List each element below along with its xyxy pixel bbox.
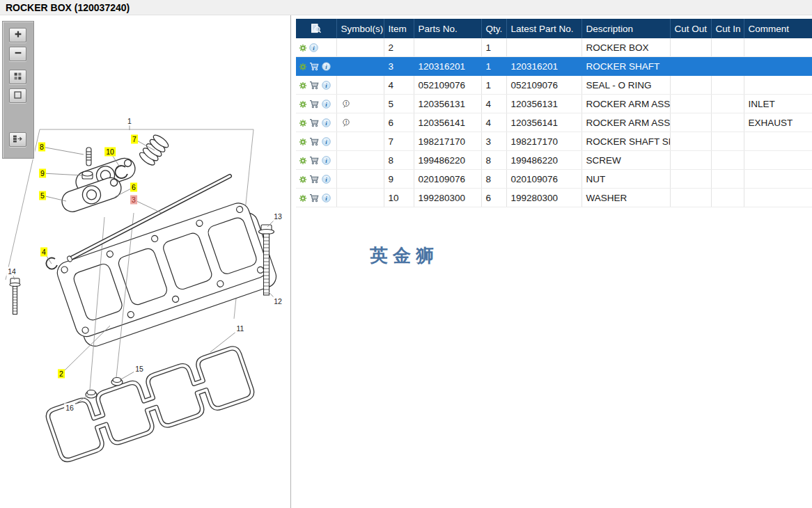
full-view-button[interactable] <box>9 88 26 103</box>
parts-row-item-10[interactable]: i101992803006199280300WASHER <box>296 189 812 207</box>
balloon-icon: ! <box>342 118 350 128</box>
column-header-cut-out[interactable]: Cut Out <box>670 19 711 38</box>
diagram-callout-6[interactable]: 6 <box>130 183 137 192</box>
diagram-callout-1[interactable]: 1 <box>126 117 133 126</box>
qty-cell: 6 <box>481 189 506 207</box>
diagram-callout-10[interactable]: 10 <box>104 148 116 157</box>
gear-icon[interactable] <box>299 63 307 71</box>
symbol-cell <box>336 170 384 189</box>
column-header-item[interactable]: Item <box>384 19 414 38</box>
gear-icon[interactable] <box>299 157 307 165</box>
comment-cell <box>744 170 812 189</box>
diagram-callout-13[interactable]: 13 <box>272 212 283 221</box>
list-arrow-icon <box>13 134 23 145</box>
gear-icon[interactable] <box>299 44 307 52</box>
item-cell: 5 <box>384 95 414 113</box>
parts-table-header: Symbol(s)ItemParts No.Qty.Latest Part No… <box>296 19 812 38</box>
info-icon[interactable]: i <box>309 43 318 52</box>
latest-part-no-cell <box>506 38 581 57</box>
column-header-cut-in[interactable]: Cut In <box>711 19 744 38</box>
gear-icon[interactable] <box>299 119 307 127</box>
info-icon[interactable]: i <box>322 193 331 203</box>
column-header-symbol-s-[interactable]: Symbol(s) <box>336 19 384 38</box>
diagram-callout-11[interactable]: 11 <box>235 324 246 333</box>
pane-divider[interactable] <box>290 15 291 508</box>
parts-no-cell: 120356131 <box>414 95 481 113</box>
diagram-callout-4[interactable]: 4 <box>40 248 47 257</box>
info-icon[interactable]: i <box>322 118 331 127</box>
diagram-callout-3[interactable]: 3 <box>130 196 137 205</box>
qty-cell: 3 <box>481 132 506 151</box>
svg-text:!: ! <box>345 120 346 125</box>
info-icon[interactable]: i <box>322 81 331 90</box>
parts-table-pane: Symbol(s)ItemParts No.Qty.Latest Part No… <box>296 19 812 207</box>
info-icon[interactable]: i <box>322 156 331 165</box>
item-cell: 4 <box>384 76 414 95</box>
parts-no-cell: 198217170 <box>414 132 481 151</box>
parts-row-item-6[interactable]: i!61203561414120356141ROCKER ARM ASSEXHA… <box>296 113 812 132</box>
symbol-cell: ! <box>336 95 384 113</box>
cart-icon[interactable] <box>309 137 320 146</box>
info-icon[interactable]: i <box>322 175 331 184</box>
info-icon[interactable]: i <box>322 62 331 71</box>
cut-out-cell <box>670 95 711 113</box>
cut-in-cell <box>711 189 744 207</box>
column-header-qty-[interactable]: Qty. <box>481 19 506 38</box>
latest-part-no-cell: 120316201 <box>506 57 581 76</box>
parts-row-item-8[interactable]: i81994862208199486220SCREW <box>296 151 812 170</box>
parts-row-item-4[interactable]: i40521090761052109076SEAL - O RING <box>296 76 812 95</box>
diagram-callout-2[interactable]: 2 <box>58 370 65 379</box>
column-header-comment[interactable]: Comment <box>744 19 812 38</box>
cut-out-cell <box>670 189 711 207</box>
page-title: ROCKER BOX (120037240) <box>6 2 130 13</box>
watermark: 英金狮 <box>370 244 439 268</box>
gear-icon[interactable] <box>299 175 307 184</box>
column-header-latest-part-no-[interactable]: Latest Part No. <box>506 19 581 38</box>
cut-out-cell <box>670 76 711 95</box>
latest-part-no-cell: 052109076 <box>506 76 581 95</box>
parts-row-item-5[interactable]: i!51203561314120356131ROCKER ARM ASSINLE… <box>296 95 812 113</box>
diagram-callout-8[interactable]: 8 <box>38 143 45 152</box>
diagram-callout-9[interactable]: 9 <box>39 169 46 178</box>
parts-row-item-3[interactable]: i31203162011120316201ROCKER SHAFT <box>296 57 812 76</box>
gear-icon[interactable] <box>299 81 307 90</box>
gear-icon[interactable] <box>299 138 307 146</box>
thumbnail-view-button[interactable] <box>9 70 26 84</box>
cart-icon[interactable] <box>309 175 320 184</box>
comment-cell: EXHAUST <box>744 113 812 132</box>
zoom-out-button[interactable] <box>9 47 26 61</box>
cart-icon[interactable] <box>309 62 320 71</box>
zoom-in-button[interactable] <box>9 28 26 42</box>
grid-icon <box>13 72 22 83</box>
parts-row-item-7[interactable]: i71982171703198217170ROCKER SHAFT SP <box>296 132 812 151</box>
gear-icon[interactable] <box>299 194 307 203</box>
cart-icon[interactable] <box>309 81 320 90</box>
diagram-callout-15[interactable]: 15 <box>134 365 145 374</box>
diagram-callout-5[interactable]: 5 <box>39 191 46 200</box>
parts-row-item-2[interactable]: i21ROCKER BOX <box>296 38 812 57</box>
cart-icon[interactable] <box>309 156 320 165</box>
gasket-part <box>46 347 254 462</box>
diagram-callout-14[interactable]: 14 <box>6 267 17 276</box>
diagram-callout-7[interactable]: 7 <box>131 135 138 144</box>
info-icon[interactable]: i <box>322 137 331 146</box>
diagram-callout-16[interactable]: 16 <box>64 404 75 413</box>
info-icon[interactable]: i <box>322 100 331 109</box>
column-header-icon[interactable] <box>296 19 336 38</box>
cut-in-cell <box>711 57 744 76</box>
cart-icon[interactable] <box>309 100 320 109</box>
item-cell: 3 <box>384 57 414 76</box>
gear-icon[interactable] <box>299 100 307 109</box>
column-header-description[interactable]: Description <box>581 19 670 38</box>
qty-cell: 8 <box>481 151 506 170</box>
column-header-parts-no-[interactable]: Parts No. <box>414 19 481 38</box>
parts-row-item-9[interactable]: i90201090768020109076NUT <box>296 170 812 189</box>
symbol-cell <box>336 132 384 151</box>
diagram-callout-12[interactable]: 12 <box>272 297 283 306</box>
cart-icon[interactable] <box>309 118 320 127</box>
cut-out-cell <box>670 151 711 170</box>
toggle-parts-list-button[interactable] <box>9 132 26 147</box>
short-bolt-part <box>10 278 20 315</box>
cart-icon[interactable] <box>309 193 320 203</box>
exploded-view-drawing <box>0 15 290 508</box>
